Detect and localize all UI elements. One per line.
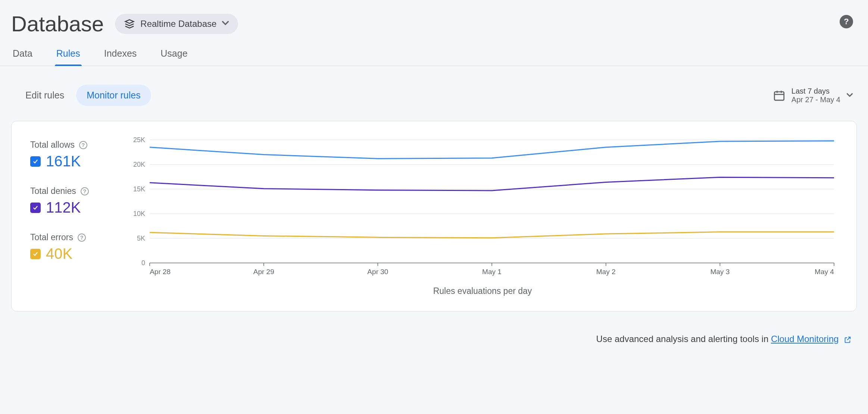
database-selector[interactable]: Realtime Database [115,14,238,34]
svg-text:May 4: May 4 [815,268,834,276]
svg-text:25K: 25K [133,136,145,144]
footer-text: Use advanced analysis and alerting tools… [0,319,868,359]
svg-text:15K: 15K [133,185,145,193]
legend-denies-label: Total denies [30,186,76,196]
date-range-picker[interactable]: Last 7 days Apr 27 - May 4 [773,87,853,104]
calendar-icon [773,89,786,102]
tab-rules[interactable]: Rules [55,44,82,66]
chevron-down-icon [222,21,229,27]
svg-text:5K: 5K [137,235,145,242]
help-icon[interactable]: ? [79,141,87,149]
page-title: Database [11,11,104,36]
legend-allows-value: 161K [46,153,81,170]
legend-errors-checkbox[interactable] [30,249,41,259]
legend-denies-checkbox[interactable] [30,203,41,213]
database-icon [124,18,135,29]
legend-allows-label: Total allows [30,140,75,150]
cloud-monitoring-link[interactable]: Cloud Monitoring [771,334,839,344]
date-range-value: Apr 27 - May 4 [791,95,840,104]
chart-legend: Total allows ? 161K Total denies ? 112K [30,136,116,296]
chart-card: Total allows ? 161K Total denies ? 112K [11,121,857,311]
svg-text:0: 0 [141,259,145,267]
footer-prefix: Use advanced analysis and alerting tools… [596,334,771,344]
help-icon[interactable]: ? [840,15,853,28]
svg-text:Apr 28: Apr 28 [150,268,171,276]
svg-text:Apr 30: Apr 30 [367,268,388,276]
external-link-icon [843,336,852,344]
svg-rect-0 [774,92,784,100]
tab-data[interactable]: Data [11,44,34,66]
help-icon[interactable]: ? [81,187,89,195]
main-tabs: DataRulesIndexesUsage [0,44,868,66]
rules-chart: 05K10K15K20K25KApr 28Apr 29Apr 30May 1Ma… [127,136,838,278]
subtab-monitor[interactable]: Monitor rules [76,85,151,106]
svg-text:May 1: May 1 [482,268,502,276]
help-icon[interactable]: ? [78,233,86,242]
database-selector-label: Realtime Database [140,19,216,29]
legend-allows: Total allows ? 161K [30,140,116,170]
sub-tabs: Edit rulesMonitor rules [15,85,151,106]
tab-usage[interactable]: Usage [159,44,189,66]
svg-text:May 3: May 3 [710,268,730,276]
tab-indexes[interactable]: Indexes [103,44,138,66]
subtab-edit[interactable]: Edit rules [15,85,75,106]
svg-text:20K: 20K [133,161,145,168]
date-range-label: Last 7 days [791,87,840,95]
chart-x-label: Rules evaluations per day [127,286,838,296]
svg-text:10K: 10K [133,210,145,217]
svg-text:Apr 29: Apr 29 [253,268,274,276]
chevron-down-icon [846,92,853,99]
svg-text:May 2: May 2 [596,268,616,276]
legend-errors: Total errors ? 40K [30,232,116,262]
legend-errors-value: 40K [46,245,72,262]
legend-denies: Total denies ? 112K [30,186,116,216]
legend-errors-label: Total errors [30,232,73,242]
legend-allows-checkbox[interactable] [30,156,41,167]
legend-denies-value: 112K [46,199,81,216]
